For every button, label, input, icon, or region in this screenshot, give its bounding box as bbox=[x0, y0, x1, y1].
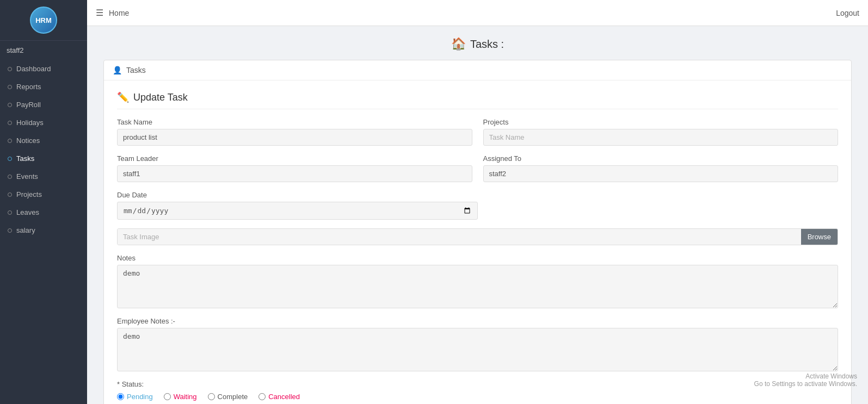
sidebar-item-label-leaves: Leaves bbox=[16, 208, 39, 216]
due-date-label: Due Date bbox=[117, 191, 838, 199]
notes-label: Notes bbox=[117, 254, 838, 262]
sidebar-item-label-reports: Reports bbox=[16, 83, 41, 91]
main-area: ☰ Home Logout 🏠 Tasks : 👤 Tasks ✏️ Updat… bbox=[87, 0, 868, 404]
sidebar-item-label-payroll: PayRoll bbox=[16, 101, 41, 109]
sidebar-item-salary[interactable]: salary bbox=[0, 221, 87, 239]
sidebar-item-label-projects: Projects bbox=[16, 190, 42, 198]
tasks-title-icon: 🏠 bbox=[451, 37, 466, 51]
status-waiting-option[interactable]: Waiting bbox=[164, 393, 197, 401]
sidebar-item-events[interactable]: Events bbox=[0, 167, 87, 185]
employee-notes-label: Employee Notes :- bbox=[117, 317, 838, 325]
status-waiting-label: Waiting bbox=[174, 393, 197, 401]
content-area: 🏠 Tasks : 👤 Tasks ✏️ Update Task Task Na… bbox=[87, 26, 868, 404]
sidebar-item-tasks[interactable]: Tasks bbox=[0, 150, 87, 167]
task-name-input[interactable] bbox=[117, 129, 472, 146]
sidebar-item-notices[interactable]: Notices bbox=[0, 132, 87, 150]
sidebar-item-label-notices: Notices bbox=[16, 136, 40, 145]
task-name-group: Task Name bbox=[117, 118, 472, 146]
projects-group: Projects bbox=[483, 118, 839, 146]
status-label: * Status: bbox=[117, 380, 838, 388]
edit-icon: ✏️ bbox=[117, 91, 129, 103]
team-leader-label: Team Leader bbox=[117, 154, 472, 163]
team-leader-group: Team Leader bbox=[117, 154, 472, 182]
team-leader-input[interactable] bbox=[117, 165, 472, 182]
sidebar-item-leaves[interactable]: Leaves bbox=[0, 203, 87, 221]
file-input-placeholder: Task Image bbox=[118, 229, 801, 245]
notes-textarea[interactable]: demo bbox=[117, 265, 838, 308]
sidebar-item-label-events: Events bbox=[16, 172, 38, 181]
form-row-1: Task Name Projects bbox=[117, 118, 838, 146]
nav-dot-reports bbox=[8, 85, 12, 89]
task-name-label: Task Name bbox=[117, 118, 472, 126]
form-row-3: Due Date bbox=[117, 191, 838, 220]
radio-waiting[interactable] bbox=[164, 393, 171, 400]
topbar-left: ☰ Home bbox=[96, 8, 129, 18]
sidebar-item-label-salary: salary bbox=[16, 226, 35, 234]
sidebar-item-holidays[interactable]: Holidays bbox=[0, 114, 87, 132]
logout-button[interactable]: Logout bbox=[836, 9, 859, 17]
nav-dot-dashboard bbox=[8, 67, 12, 71]
sidebar-item-label-tasks: Tasks bbox=[16, 154, 34, 163]
status-complete-option[interactable]: Complete bbox=[208, 393, 248, 401]
logo-area: HRM bbox=[0, 0, 87, 41]
sidebar-item-label-dashboard: Dashboard bbox=[16, 65, 51, 73]
file-input-wrapper: Task Image Browse bbox=[117, 228, 838, 245]
due-date-input[interactable] bbox=[117, 202, 478, 220]
status-complete-label: Complete bbox=[218, 393, 248, 401]
page-title: 🏠 Tasks : bbox=[103, 37, 852, 51]
hamburger-icon[interactable]: ☰ bbox=[96, 8, 103, 18]
nav-dot-projects bbox=[8, 192, 12, 197]
status-cancelled-option[interactable]: Cancelled bbox=[258, 393, 300, 401]
due-date-group: Due Date bbox=[117, 191, 838, 220]
status-cancelled-label: Cancelled bbox=[268, 393, 300, 401]
section-title: ✏️ Update Task bbox=[117, 91, 838, 109]
sidebar-user: staff2 bbox=[0, 41, 87, 60]
browse-button[interactable]: Browse bbox=[801, 229, 838, 245]
sidebar-item-label-holidays: Holidays bbox=[16, 119, 44, 127]
radio-cancelled[interactable] bbox=[258, 393, 266, 400]
sidebar-item-projects[interactable]: Projects bbox=[0, 185, 87, 203]
radio-pending[interactable] bbox=[117, 393, 124, 400]
form-row-2: Team Leader Assigned To bbox=[117, 154, 838, 182]
nav-dot-events bbox=[8, 175, 12, 179]
nav-dot-notices bbox=[8, 139, 12, 143]
sidebar: HRM staff2 Dashboard Reports PayRoll Hol… bbox=[0, 0, 87, 404]
projects-input[interactable] bbox=[483, 129, 839, 146]
notes-group: Notes demo bbox=[117, 254, 838, 308]
topbar-home-link[interactable]: Home bbox=[109, 9, 129, 17]
status-pending-option[interactable]: Pending bbox=[117, 393, 153, 401]
nav-dot-holidays bbox=[8, 121, 12, 125]
projects-label: Projects bbox=[483, 118, 839, 126]
logo: HRM bbox=[30, 7, 57, 34]
assigned-to-input[interactable] bbox=[483, 165, 839, 182]
employee-notes-group: Employee Notes :- demo bbox=[117, 317, 838, 371]
status-radio-group: Pending Waiting Complete Cancelled bbox=[117, 393, 838, 401]
radio-complete[interactable] bbox=[208, 393, 215, 400]
card-header-label: Tasks bbox=[126, 66, 146, 74]
page-title-text: Tasks : bbox=[470, 38, 504, 51]
nav-dot-salary bbox=[8, 228, 12, 233]
assigned-to-group: Assigned To bbox=[483, 154, 839, 182]
nav-dot-payroll bbox=[8, 103, 12, 107]
sidebar-item-dashboard[interactable]: Dashboard bbox=[0, 60, 87, 78]
tasks-card: 👤 Tasks ✏️ Update Task Task Name Project bbox=[103, 60, 852, 404]
status-pending-label: Pending bbox=[127, 393, 153, 401]
nav-dot-tasks bbox=[8, 157, 12, 161]
sidebar-nav: Dashboard Reports PayRoll Holidays Notic… bbox=[0, 60, 87, 404]
assigned-to-label: Assigned To bbox=[483, 154, 839, 163]
nav-dot-leaves bbox=[8, 210, 12, 215]
form-row-file: Task Image Browse bbox=[117, 228, 838, 245]
card-header: 👤 Tasks bbox=[104, 60, 851, 80]
status-section: * Status: Pending Waiting Complete bbox=[117, 380, 838, 401]
employee-notes-textarea[interactable]: demo bbox=[117, 328, 838, 371]
topbar: ☰ Home Logout bbox=[87, 0, 868, 26]
card-header-icon: 👤 bbox=[113, 66, 122, 74]
section-title-text: Update Task bbox=[133, 92, 188, 103]
sidebar-item-payroll[interactable]: PayRoll bbox=[0, 96, 87, 114]
sidebar-item-reports[interactable]: Reports bbox=[0, 78, 87, 96]
task-image-group: Task Image Browse bbox=[117, 228, 838, 245]
card-body: ✏️ Update Task Task Name Projects bbox=[104, 80, 851, 404]
